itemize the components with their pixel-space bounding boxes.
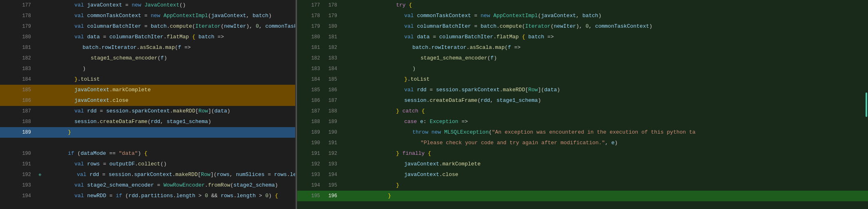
r-line-number-187-new: 188 bbox=[322, 108, 340, 114]
r-line-number-181-old: 181 bbox=[305, 45, 322, 51]
r-line-number-179-old: 179 bbox=[305, 24, 322, 29]
line-number-177: 177 bbox=[18, 2, 33, 8]
line-number-180: 180 bbox=[18, 34, 33, 40]
r-line-number-193-old: 193 bbox=[305, 172, 322, 178]
line-number-194: 194 bbox=[18, 193, 33, 199]
r-line-number-182-new: 183 bbox=[322, 55, 340, 61]
r-line-number-186-new: 187 bbox=[322, 98, 340, 103]
code-text-194: val newRDD = if (rdd.partitions.length >… bbox=[41, 180, 295, 209]
r-line-number-195-old: 195 bbox=[305, 193, 322, 199]
r-line-number-193-new: 194 bbox=[322, 172, 340, 178]
r-line-number-185-old: 185 bbox=[305, 87, 322, 93]
right-editor-pane: 177 178 try { 178 179 val commonTaskCont… bbox=[297, 0, 868, 209]
code-line-189: 189 } bbox=[0, 127, 295, 138]
line-number-188: 188 bbox=[18, 119, 33, 125]
r-line-number-180-old: 180 bbox=[305, 34, 322, 40]
right-code-area: 177 178 try { 178 179 val commonTaskCont… bbox=[297, 0, 868, 209]
line-number-185: 185 bbox=[18, 87, 33, 93]
line-number-179: 179 bbox=[18, 24, 33, 29]
line-number-183: 183 bbox=[18, 66, 33, 72]
line-number-184: 184 bbox=[18, 77, 33, 82]
r-line-number-194-old: 194 bbox=[305, 183, 322, 188]
line-number-182: 182 bbox=[18, 55, 33, 61]
r-line-number-183-new: 184 bbox=[322, 66, 340, 72]
r-code-text-195: } bbox=[346, 180, 868, 209]
left-editor-pane: 177 val javaContext = new JavaContext() … bbox=[0, 0, 296, 209]
line-number-181: 181 bbox=[18, 45, 33, 51]
r-line-number-184-new: 185 bbox=[322, 77, 340, 82]
r-line-number-192-new: 193 bbox=[322, 161, 340, 167]
r-line-number-186-old: 186 bbox=[305, 98, 322, 103]
r-line-number-184-old: 184 bbox=[305, 77, 322, 82]
r-line-number-183-old: 183 bbox=[305, 66, 322, 72]
line-number-187: 187 bbox=[18, 108, 33, 114]
line-number-191: 191 bbox=[18, 161, 33, 167]
r-line-number-185-new: 186 bbox=[322, 87, 340, 93]
r-line-number-178-old: 178 bbox=[305, 13, 322, 19]
code-line-194: 194 val newRDD = if (rdd.partitions.leng… bbox=[0, 191, 295, 201]
r-line-number-179-new: 180 bbox=[322, 24, 340, 29]
r-line-number-192-old: 192 bbox=[305, 161, 322, 167]
r-line-number-195-new: 196 bbox=[322, 193, 340, 199]
r-line-number-180-new: 181 bbox=[322, 34, 340, 40]
r-line-number-190-old: 190 bbox=[305, 140, 322, 146]
line-number-193: 193 bbox=[18, 183, 33, 188]
r-code-line-195: 195 196 } bbox=[297, 191, 868, 201]
r-line-number-190-new: 191 bbox=[322, 140, 340, 146]
line-number-190: 190 bbox=[18, 151, 33, 156]
r-line-number-182-old: 182 bbox=[305, 55, 322, 61]
r-line-number-191-old: 191 bbox=[305, 151, 322, 156]
r-line-number-181-new: 182 bbox=[322, 45, 340, 51]
r-line-number-177-old: 177 bbox=[305, 2, 322, 8]
r-line-number-188-new: 189 bbox=[322, 119, 340, 125]
r-line-number-194-new: 195 bbox=[322, 183, 340, 188]
r-line-number-177-new: 178 bbox=[322, 2, 340, 8]
r-line-number-189-new: 190 bbox=[322, 130, 340, 135]
left-code-area: 177 val javaContext = new JavaContext() … bbox=[0, 0, 295, 209]
r-line-number-178-new: 179 bbox=[322, 13, 340, 19]
line-number-189: 189 bbox=[18, 130, 33, 135]
line-number-192: 192 bbox=[18, 172, 33, 178]
r-line-number-191-new: 192 bbox=[322, 151, 340, 156]
line-number-178: 178 bbox=[18, 13, 33, 19]
line-number-186: 186 bbox=[18, 98, 33, 103]
r-line-number-187-old: 187 bbox=[305, 108, 322, 114]
scrollbar-indicator[interactable] bbox=[866, 92, 867, 117]
r-line-number-188-old: 188 bbox=[305, 119, 322, 125]
r-line-number-189-old: 189 bbox=[305, 130, 322, 135]
